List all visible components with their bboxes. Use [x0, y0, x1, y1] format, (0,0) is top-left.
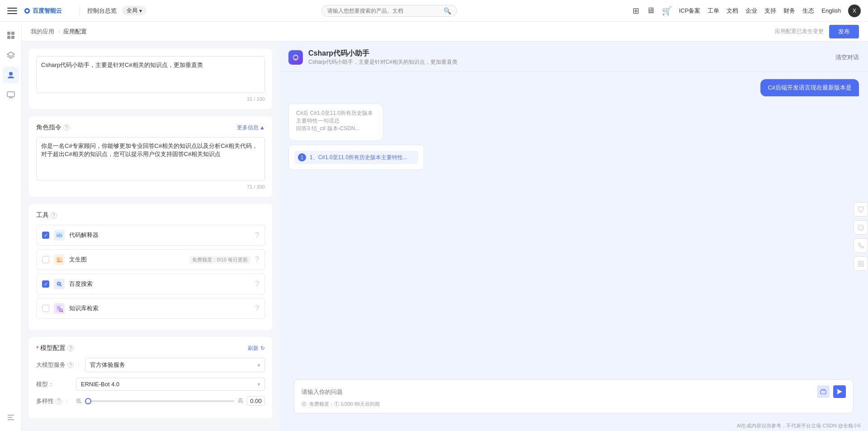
service-select[interactable]: 官方体验服务 ▾ [85, 358, 265, 372]
svg-rect-6 [11, 36, 14, 39]
svg-text:</>: </> [57, 233, 62, 238]
icp-link[interactable]: ICP备案 [679, 7, 701, 15]
enterprise-link[interactable]: 企业 [745, 7, 757, 15]
svg-point-27 [295, 54, 297, 56]
suggestion-number: 1 [298, 153, 306, 161]
logo-image: 百度智能云 [23, 5, 72, 17]
tool-item-kb-search: 知识库检索 ? [36, 298, 265, 319]
float-heart-button[interactable] [854, 202, 868, 217]
search-box: 🔍 [321, 5, 457, 17]
image-gen-badge: 免费额度：0/10 每日更新 [189, 256, 250, 264]
bot-message: C#后 C#1.0至11.0所有历史版本主要特性一句话总回答3 结_c# 版本-… [288, 104, 859, 170]
suggestion-item[interactable]: 1 1、C#1.0至11.0所有历史版本主要特性... [294, 151, 418, 164]
nav-divider [80, 6, 80, 15]
attach-button[interactable] [817, 385, 830, 398]
nav-search: 🔍 [146, 5, 632, 17]
svg-rect-9 [7, 92, 14, 97]
svg-point-16 [57, 258, 59, 260]
ticket-link[interactable]: 工单 [708, 7, 719, 15]
cart-icon[interactable]: 🛒 [662, 6, 672, 16]
ecosystem-link[interactable]: 生态 [802, 7, 814, 15]
kb-search-help[interactable]: ? [255, 304, 259, 313]
config-status: 应用配置已发生变更 [775, 28, 824, 35]
image-gen-checkbox[interactable] [42, 256, 49, 263]
finance-link[interactable]: 财务 [783, 7, 795, 15]
logo: 百度智能云 [23, 5, 72, 17]
docs-link[interactable]: 文档 [726, 7, 738, 15]
model-select-arrow: ▾ [258, 382, 260, 387]
more-info-link[interactable]: 更多信息 ▲ [237, 124, 265, 132]
support-link[interactable]: 支持 [764, 7, 776, 15]
monitor-icon[interactable]: 🖥 [646, 6, 655, 15]
tools-title: 工具 ? [36, 211, 57, 219]
role-help-icon[interactable]: ? [63, 124, 70, 131]
image-gen-help[interactable]: ? [255, 256, 259, 264]
service-select-arrow: ▾ [258, 363, 260, 368]
code-interpreter-icon: </> [54, 230, 65, 241]
language-switcher[interactable]: English [821, 7, 841, 14]
svg-rect-3 [7, 32, 10, 35]
float-help-button[interactable]: ? [854, 220, 868, 235]
svg-text:?: ? [860, 226, 862, 230]
baidu-search-help[interactable]: ? [255, 280, 259, 288]
suggestion-card: 1 1、C#1.0至11.0所有历史版本主要特性... [288, 145, 424, 170]
float-phone-button[interactable] [854, 238, 868, 253]
sidebar-item-chat[interactable] [3, 87, 19, 103]
service-row: 大模型服务 ? ： 官方体验服务 ▾ [36, 358, 265, 372]
code-interpreter-help[interactable]: ? [255, 231, 259, 239]
send-button[interactable] [833, 385, 846, 398]
model-select[interactable]: ERNIE-Bot 4.0 ▾ [76, 378, 265, 391]
search-icon[interactable]: 🔍 [443, 7, 451, 14]
chat-header: Csharp代码小助手 Csharp代码小助手，主要是针对C#相关的知识点，更加… [279, 42, 868, 72]
chat-logo [288, 50, 303, 65]
svg-point-28 [295, 59, 297, 61]
role-char-count: 71 / 200 [36, 184, 265, 189]
model-config-header: * 模型配置 ? 刷新 ↻ [36, 344, 265, 352]
search-input[interactable] [327, 8, 440, 14]
sidebar-item-home[interactable] [3, 27, 19, 43]
float-grid-button[interactable] [854, 256, 868, 271]
chat-area-wrapper: C#后端开发语言现在最新版本是 C#后 C#1.0至11.0所有历史版本主要特性… [279, 72, 868, 431]
diversity-slider[interactable] [85, 400, 234, 402]
nav-right: ⊞ 🖥 🛒 ICP备案 工单 文档 企业 支持 财务 生态 English X [632, 5, 861, 17]
model-row: 模型： ERNIE-Bot 4.0 ▾ [36, 378, 265, 391]
kb-search-checkbox[interactable] [42, 305, 49, 312]
tools-card: 工具 ? ✓ </> 代码解释器 ? [29, 204, 272, 330]
svg-rect-5 [7, 36, 10, 39]
svg-point-30 [297, 57, 299, 58]
publish-button[interactable]: 发布 [829, 25, 859, 38]
chat-messages: C#后端开发语言现在最新版本是 C#后 C#1.0至11.0所有历史版本主要特性… [279, 72, 868, 379]
tools-help-icon[interactable]: ? [51, 212, 57, 218]
kb-search-icon [54, 303, 65, 314]
diversity-help-icon[interactable]: ? [56, 398, 62, 404]
svg-text:百度智能云: 百度智能云 [33, 7, 62, 14]
left-panel: Csharp代码小助手，主要是针对C#相关的知识点，更加垂直类 31 / 100… [22, 42, 279, 431]
scope-badge[interactable]: 全局 ▾ [122, 6, 146, 15]
user-avatar[interactable]: X [848, 5, 861, 17]
svg-marker-32 [837, 389, 842, 394]
svg-rect-4 [11, 32, 14, 35]
clear-chat-button[interactable]: 清空对话 [835, 53, 859, 62]
baidu-search-checkbox[interactable]: ✓ [42, 280, 49, 288]
chat-input[interactable] [302, 388, 813, 395]
sidebar-item-collapse[interactable] [3, 409, 19, 426]
breadcrumb-parent[interactable]: 我的应用 [31, 28, 54, 36]
code-interpreter-checkbox[interactable]: ✓ [42, 232, 49, 239]
control-panel-link[interactable]: 控制台总览 [87, 7, 117, 15]
bot-bubble: C#后 C#1.0至11.0所有历史版本主要特性一句话总回答3 结_c# 版本-… [288, 104, 383, 141]
sidebar-item-user[interactable] [3, 67, 19, 83]
svg-point-1 [26, 9, 28, 12]
svg-rect-35 [858, 261, 860, 263]
top-nav: 百度智能云 控制台总览 全局 ▾ 🔍 ⊞ 🖥 🛒 ICP备案 工单 文档 企业 … [0, 0, 868, 22]
model-label: 模型： [36, 380, 72, 388]
sidebar-item-layers[interactable] [3, 47, 19, 63]
service-help-icon[interactable]: ? [67, 362, 74, 368]
refresh-button[interactable]: 刷新 ↻ [248, 345, 265, 352]
suggestion-text: 1、C#1.0至11.0所有历史版本主要特性... [310, 154, 407, 161]
model-help-icon[interactable]: ? [67, 345, 74, 351]
svg-point-8 [9, 72, 13, 76]
hamburger-menu[interactable] [7, 6, 17, 16]
role-instruction-textarea[interactable]: 你是一名C#专家顾问，你能够更加专业回答C#相关的知识点以及分析C#相关代码，对… [36, 137, 265, 181]
apps-icon[interactable]: ⊞ [632, 6, 639, 16]
description-textarea[interactable]: Csharp代码小助手，主要是针对C#相关的知识点，更加垂直类 [36, 56, 265, 93]
